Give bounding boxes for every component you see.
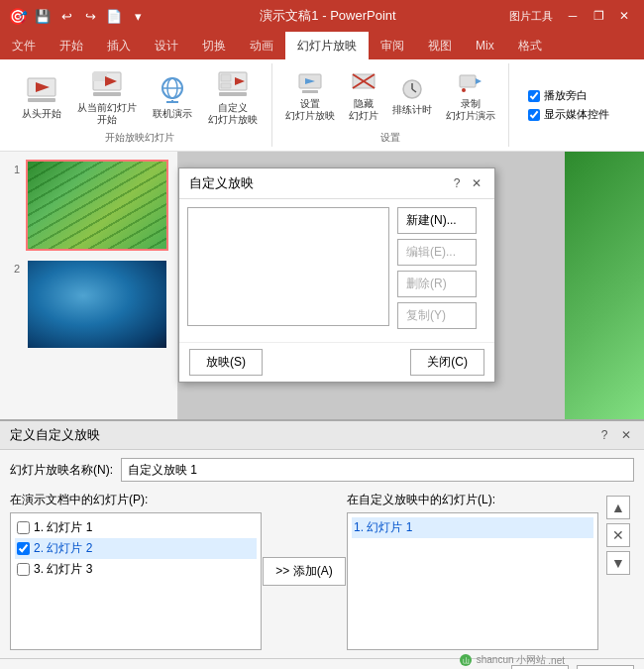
online-present-icon [157, 74, 188, 106]
custom-slideshow-label: 自定义幻灯片放映 [208, 102, 258, 126]
right-list-title: 在自定义放映中的幻灯片(L): [347, 492, 598, 508]
checkbox-group: 播放旁白 显示媒体控件 [528, 84, 609, 126]
slide3-checkbox[interactable] [17, 563, 30, 576]
custom-show-list[interactable] [187, 207, 389, 326]
name-label: 幻灯片放映名称(N): [10, 462, 113, 479]
new-icon[interactable]: 📄 [105, 7, 123, 25]
custom-slideshow-button[interactable]: 自定义幻灯片放映 [202, 65, 264, 129]
left-list-box: 1. 幻灯片 1 2. 幻灯片 2 3. 幻灯片 3 [10, 512, 262, 650]
custom-show-dialog-footer: 放映(S) 关闭(C) [179, 342, 494, 382]
slideshow-name-input[interactable] [121, 458, 634, 482]
start-from-current-label: 从当前幻灯片开始 [77, 102, 137, 126]
tab-view[interactable]: 视图 [416, 32, 464, 59]
play-from-start-icon [26, 74, 57, 106]
save-icon[interactable]: 💾 [34, 7, 52, 25]
move-up-button[interactable]: ▲ [606, 496, 630, 519]
svg-marker-27 [476, 78, 482, 84]
main-area: 1 2 自定义放映 ? ✕ 新建(N)... [0, 152, 644, 669]
slide2-checkbox[interactable] [17, 542, 30, 555]
record-slideshow-button[interactable]: 录制幻灯片演示 [441, 69, 500, 125]
ribbon-group-settings-label: 设置 [380, 131, 400, 145]
restore-button[interactable]: ❐ [587, 6, 610, 26]
svg-rect-4 [93, 72, 107, 81]
left-list-item-1[interactable]: 1. 幻灯片 1 [15, 517, 257, 538]
custom-show-dialog: 自定义放映 ? ✕ 新建(N)... 编辑(E)... 删除(R) 复制(Y) … [178, 167, 495, 383]
tab-design[interactable]: 设计 [143, 32, 190, 59]
rehearse-timing-button[interactable]: 排练计时 [387, 75, 437, 119]
setup-slideshow-button[interactable]: 设置幻灯片放映 [280, 69, 340, 125]
right-slide1-label: 1. 幻灯片 1 [354, 519, 412, 536]
setup-slideshow-label: 设置幻灯片放映 [285, 98, 335, 122]
svg-rect-13 [221, 74, 231, 81]
watermark-domain: .net [548, 655, 565, 666]
svg-rect-26 [460, 75, 476, 87]
tab-file[interactable]: 文件 [0, 32, 48, 59]
tab-slideshow[interactable]: 幻灯片放映 [285, 32, 369, 59]
setup-slideshow-icon [298, 72, 322, 96]
add-to-custom-show-button[interactable]: >> 添加(A) [263, 557, 345, 586]
dialog-question-icon[interactable]: ? [449, 175, 465, 191]
new-custom-show-button[interactable]: 新建(N)... [397, 207, 477, 234]
ribbon-content: 从头开始 从当前幻灯片开始 [0, 59, 644, 152]
tab-mix[interactable]: Mix [464, 32, 506, 59]
define-question-icon[interactable]: ? [596, 427, 612, 443]
ribbon-group-settings: 设置幻灯片放映 隐藏幻灯片 [272, 63, 509, 147]
start-from-beginning-button[interactable]: 从头开始 [16, 71, 67, 123]
svg-rect-14 [221, 83, 231, 88]
narration-checkbox[interactable] [528, 90, 540, 102]
close-custom-show-button[interactable]: 关闭(C) [410, 349, 484, 376]
redo-icon[interactable]: ↪ [81, 7, 99, 25]
minimize-button[interactable]: ─ [561, 6, 585, 26]
dropdown-icon[interactable]: ▾ [129, 7, 147, 25]
svg-rect-2 [28, 98, 55, 102]
ribbon-group-checkboxes-items: 播放旁白 显示媒体控件 [528, 65, 609, 145]
tab-home[interactable]: 开始 [48, 32, 95, 59]
copy-custom-show-button[interactable]: 复制(Y) [397, 302, 477, 329]
custom-slideshow-icon [217, 68, 249, 100]
slide-num-1: 1 [6, 164, 20, 175]
svg-rect-6 [93, 92, 121, 96]
record-slideshow-label: 录制幻灯片演示 [446, 98, 495, 122]
slide3-label: 3. 幻灯片 3 [34, 561, 92, 578]
checkbox-media-controls[interactable]: 显示媒体控件 [528, 107, 609, 122]
custom-show-dialog-titlebar: 自定义放映 ? ✕ [179, 168, 494, 199]
online-present-button[interactable]: 联机演示 [147, 71, 198, 123]
left-list-item-2[interactable]: 2. 幻灯片 2 [15, 538, 257, 559]
close-button[interactable]: ✕ [612, 6, 636, 26]
define-close-icon[interactable]: ✕ [618, 427, 634, 443]
dialog-close-icon[interactable]: ✕ [469, 175, 484, 191]
define-custom-show-dialog: 定义自定义放映 ? ✕ 幻灯片放映名称(N): 在演示文档中的幻灯片(P): 1… [0, 419, 644, 669]
tab-review[interactable]: 审阅 [369, 32, 416, 59]
define-dialog-title: 定义自定义放映 [10, 426, 100, 444]
remove-from-list-button[interactable]: ✕ [606, 523, 630, 547]
window-title: 演示文稿1 - PowerPoint [147, 7, 509, 25]
slide1-checkbox[interactable] [17, 521, 30, 534]
tab-format[interactable]: 格式 [506, 32, 554, 59]
move-down-button[interactable]: ▼ [606, 551, 630, 575]
right-list-box: 1. 幻灯片 1 [347, 512, 598, 650]
svg-text:山: 山 [462, 657, 469, 664]
edit-custom-show-button[interactable]: 编辑(E)... [397, 239, 477, 266]
tab-animation[interactable]: 动画 [238, 32, 285, 59]
left-list-item-3[interactable]: 3. 幻灯片 3 [15, 559, 257, 580]
play-custom-show-button[interactable]: 放映(S) [189, 349, 263, 376]
media-controls-label: 显示媒体控件 [544, 107, 609, 122]
checkbox-narration[interactable]: 播放旁白 [528, 88, 609, 103]
tab-insert[interactable]: 插入 [95, 32, 143, 59]
define-cancel-button[interactable]: 取消 [577, 665, 634, 669]
slide-preview-2[interactable] [26, 259, 168, 350]
tab-transition[interactable]: 切换 [190, 32, 238, 59]
custom-show-buttons: 新建(N)... 编辑(E)... 删除(R) 复制(Y) [397, 207, 486, 334]
watermark: 山 shancun 小网站 .net [459, 653, 565, 667]
undo-icon[interactable]: ↩ [57, 7, 75, 25]
right-list-item-1[interactable]: 1. 幻灯片 1 [352, 517, 593, 538]
hide-slide-button[interactable]: 隐藏幻灯片 [344, 69, 383, 125]
slide-preview-1[interactable] [26, 160, 168, 251]
start-from-current-button[interactable]: 从当前幻灯片开始 [71, 65, 143, 129]
delete-custom-show-button[interactable]: 删除(R) [397, 271, 477, 297]
svg-point-28 [462, 88, 466, 92]
media-controls-checkbox[interactable] [528, 109, 540, 121]
slide2-label: 2. 幻灯片 2 [34, 540, 92, 557]
rehearse-timing-label: 排练计时 [392, 104, 432, 116]
title-bar: 🎯 💾 ↩ ↪ 📄 ▾ 演示文稿1 - PowerPoint 图片工具 ─ ❐ … [0, 0, 644, 32]
